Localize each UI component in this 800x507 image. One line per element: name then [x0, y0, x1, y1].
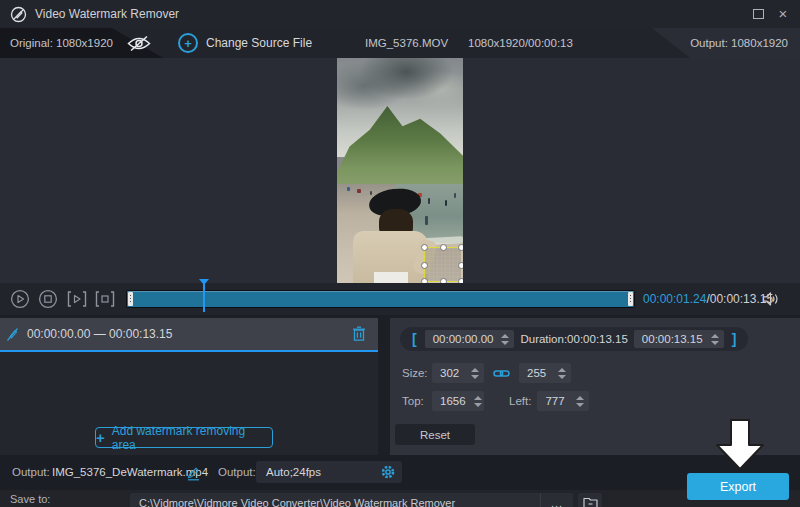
properties-panel: [ 00:00:00.00 Duration:00:00:13.15 00:00… [390, 318, 800, 455]
plus-icon: + [96, 430, 105, 445]
save-path-value: C:\Vidmore\Vidmore Video Converter\Video… [139, 493, 455, 507]
start-time-field[interactable]: 00:00:00.00 [425, 330, 515, 348]
change-source-label: Change Source File [206, 36, 312, 50]
size-row: Size: 302 255 [402, 362, 571, 384]
selection-handle[interactable] [421, 262, 428, 269]
format-settings-gear-icon[interactable] [380, 464, 396, 480]
segment-row[interactable]: 00:00:00.00 — 00:00:13.15 [0, 318, 378, 352]
source-file-info: 1080x1920/00:00:13 [468, 28, 573, 58]
end-time-field[interactable]: 00:00:13.15 [634, 330, 724, 348]
volume-icon[interactable] [762, 292, 780, 306]
segments-panel: 00:00:00.00 — 00:00:13.15 + Add watermar… [0, 318, 378, 455]
delete-segment-icon[interactable] [352, 326, 366, 342]
output-bar: Output: IMG_5376_DeWatermark.mp4 Output:… [0, 455, 800, 490]
save-to-label: Save to: [10, 493, 50, 505]
beach-person [428, 198, 430, 204]
output-format-field[interactable]: Auto;24fps [256, 461, 402, 483]
beach-umbrella [347, 187, 350, 191]
duration-label: Duration:00:00:13.15 [520, 333, 627, 345]
beach-person [370, 191, 372, 195]
add-area-label: Add watermark removing area [112, 424, 272, 452]
left-label: Left: [509, 395, 531, 407]
left-field[interactable]: 777 [537, 391, 589, 411]
size-label: Size: [402, 367, 432, 379]
wading-person [425, 216, 428, 225]
timeline-slider[interactable] [126, 290, 635, 308]
output-filename: IMG_5376_DeWatermark.mp4 [52, 455, 208, 490]
preview-area [0, 58, 800, 283]
stop-button[interactable] [38, 289, 58, 309]
transport-bar: 00:00:01.24/00:00:13.15 [0, 283, 800, 315]
original-resolution-label: Original: 1080x1920 [10, 28, 113, 58]
change-source-file-button[interactable]: + Change Source File [178, 28, 312, 58]
timeline-right-grip[interactable] [628, 292, 633, 306]
close-button[interactable]: × [775, 7, 791, 21]
maximize-button[interactable] [750, 7, 766, 21]
size-height-value: 255 [527, 367, 546, 379]
output-name-label: Output: [12, 455, 50, 490]
position-row: Top: 1656 Left: 777 [402, 390, 589, 412]
top-label: Top: [402, 395, 432, 407]
lower-panels: 00:00:00.00 — 00:00:13.15 + Add watermar… [0, 315, 800, 455]
playhead-marker[interactable] [203, 284, 205, 312]
rename-pencil-icon[interactable] [186, 466, 201, 481]
video-frame [337, 58, 463, 283]
titlebar: Video Watermark Remover × [0, 0, 800, 28]
app-logo-icon [10, 6, 27, 23]
time-display: 00:00:01.24/00:00:13.15 [643, 283, 773, 315]
beach-umbrella [357, 189, 361, 193]
selection-handle[interactable] [421, 244, 428, 251]
selection-handle[interactable] [458, 244, 463, 251]
beach-person [454, 193, 456, 198]
size-height-spinner[interactable] [556, 368, 568, 379]
watermark-selection-box[interactable] [424, 247, 462, 282]
infobar: Original: 1080x1920 + Change Source File… [0, 28, 800, 58]
start-time-value: 00:00:00.00 [433, 333, 494, 345]
save-path-field[interactable]: C:\Vidmore\Vidmore Video Converter\Video… [130, 493, 573, 507]
stop-segment-button[interactable] [94, 289, 114, 309]
set-end-bracket-button[interactable]: ] [730, 331, 739, 347]
source-filename: IMG_5376.MOV [365, 28, 448, 58]
top-value: 1656 [440, 395, 466, 407]
size-height-field[interactable]: 255 [519, 363, 571, 383]
export-button[interactable]: Export [687, 473, 789, 500]
output-format-value: Auto;24fps [266, 466, 380, 478]
link-dimensions-icon[interactable] [493, 368, 510, 379]
selection-handle[interactable] [458, 262, 463, 269]
size-width-value: 302 [440, 367, 459, 379]
timeline-left-grip[interactable] [128, 292, 133, 306]
segment-time-range: 00:00:00.00 — 00:00:13.15 [27, 327, 172, 341]
video-watermark-remover-window: { "colors": { "accent": "#2b9fd9", "time… [0, 0, 800, 507]
add-watermark-area-button[interactable]: + Add watermark removing area [95, 427, 273, 448]
reset-button[interactable]: Reset [395, 424, 475, 445]
open-folder-button[interactable] [578, 493, 602, 507]
play-button[interactable] [10, 289, 30, 309]
left-value: 777 [545, 395, 564, 407]
current-time: 00:00:01.24 [643, 292, 706, 306]
start-time-spinner[interactable] [499, 334, 511, 345]
set-start-bracket-button[interactable]: [ [410, 331, 419, 347]
top-spinner[interactable] [472, 396, 484, 407]
trim-time-group: [ 00:00:00.00 Duration:00:00:13.15 00:00… [400, 327, 748, 351]
browse-more-button[interactable]: ... [540, 493, 573, 507]
save-bar: Save to: C:\Vidmore\Vidmore Video Conver… [0, 490, 800, 507]
output-format-label: Output: [218, 455, 256, 490]
size-width-field[interactable]: 302 [432, 363, 484, 383]
plus-circle-icon: + [178, 33, 198, 53]
left-spinner[interactable] [574, 396, 586, 407]
size-width-spinner[interactable] [469, 368, 481, 379]
window-title: Video Watermark Remover [35, 7, 179, 21]
watermark-segment-icon [6, 327, 19, 342]
selection-handle[interactable] [440, 244, 447, 251]
end-time-value: 00:00:13.15 [642, 333, 703, 345]
top-field[interactable]: 1656 [432, 391, 484, 411]
preview-original-eye-icon[interactable] [126, 35, 152, 52]
play-segment-button[interactable] [66, 289, 86, 309]
subject-shorts [374, 272, 408, 283]
output-resolution-label: Output: 1080x1920 [690, 28, 788, 58]
end-time-spinner[interactable] [709, 334, 721, 345]
